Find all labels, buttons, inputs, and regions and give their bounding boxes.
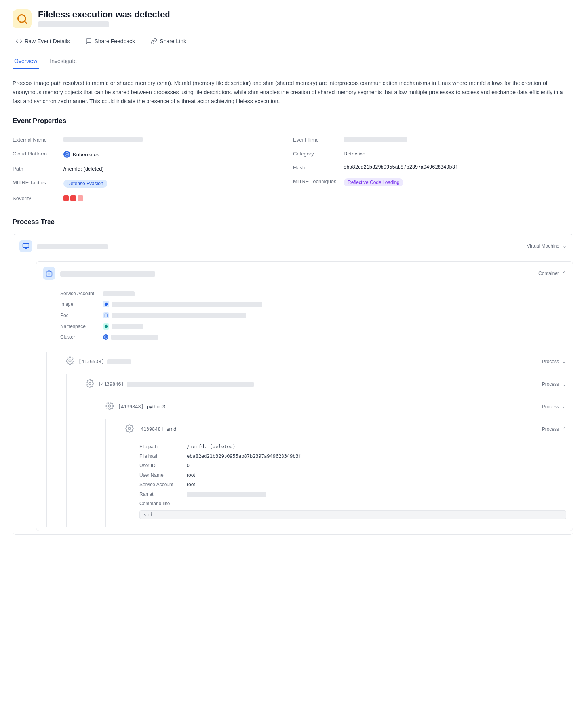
cloud-platform-text: Kubernetes [73, 152, 99, 157]
process-3-header[interactable]: [4139848] python3 Process ⌄ [99, 397, 573, 416]
pdetail-user-id: User ID 0 [139, 461, 566, 470]
pod-icon-svg [104, 313, 108, 317]
vm-node-type: Virtual Machine [527, 243, 560, 249]
process-node-4: [4139848] smd Process ⌃ [119, 419, 573, 527]
container-node-header[interactable]: Container ⌃ [36, 262, 573, 285]
prop-severity: Severity [13, 191, 293, 205]
tab-overview[interactable]: Overview [13, 54, 39, 69]
container-icon-svg [46, 270, 53, 277]
image-icon [103, 301, 109, 307]
toolbar: Raw Event Details Share Feedback Share L… [13, 36, 573, 46]
tab-bar: Overview Investigate [13, 54, 573, 69]
vm-label-blurred [37, 244, 108, 249]
process-4-wrapper: [4139848] smd Process ⌃ [105, 419, 573, 527]
pdetail-user-name: User Name root [139, 470, 566, 480]
prop-hash: Hash eba82ed21b329b0955ab87b2397a9496283… [293, 161, 573, 174]
mitre-tactics-badge: Defense Evasion [63, 180, 107, 188]
container-label-blurred [60, 271, 155, 277]
prop-category: Category Detection [293, 147, 573, 161]
process-1-gear-icon [66, 356, 78, 366]
share-link-button[interactable]: Share Link [148, 36, 189, 46]
event-time-value [344, 137, 407, 142]
header-meta [38, 21, 170, 27]
tab-investigate[interactable]: Investigate [48, 54, 78, 69]
container-wrapper: Container ⌃ Service Account Image [23, 261, 573, 531]
gear-icon-1 [66, 356, 74, 365]
vm-icon-svg [22, 243, 29, 250]
vm-node-label [37, 243, 527, 249]
process-4-name: smd [167, 426, 177, 432]
share-feedback-label: Share Feedback [94, 38, 135, 44]
pdetail-ran-at: Ran at [139, 489, 566, 499]
event-time-blurred [344, 137, 407, 142]
external-name-blurred [63, 137, 143, 142]
process-3-gear-icon [105, 402, 118, 411]
gear-icon-4 [125, 424, 134, 433]
svc-account-label: Service Account [60, 291, 100, 296]
user-id-label: User ID [139, 463, 187, 468]
raw-event-label: Raw Event Details [25, 38, 70, 44]
severity-dot-2 [70, 195, 76, 201]
container-node-icon [43, 267, 55, 280]
cloud-platform-label: Cloud Platform [13, 151, 60, 157]
process-4-gear-icon [125, 424, 138, 434]
namespace-label: Namespace [60, 324, 100, 329]
pdetail-svc-account: Service Account root [139, 480, 566, 489]
process-tree-section: Process Tree Virtual Machine ⌄ [13, 218, 573, 535]
process-2-name [127, 381, 254, 387]
cloud-platform-value: Kubernetes [63, 151, 99, 158]
header-text-block: Fileless execution was detected [38, 9, 170, 27]
namespace-blurred [112, 324, 143, 329]
process-2-chevron: ⌄ [562, 381, 566, 387]
user-name-value: root [187, 472, 195, 478]
event-time-label: Event Time [293, 137, 341, 143]
file-hash-label: File hash [139, 453, 187, 459]
process-3-type: Process [542, 404, 559, 410]
ran-at-label: Ran at [139, 491, 187, 497]
process-2-header[interactable]: [4139846] Process ⌄ [79, 374, 573, 394]
pdetail-file-path: File path /memfd: (deleted) [139, 442, 566, 451]
process-1-type: Process [542, 359, 559, 364]
raw-event-details-button[interactable]: Raw Event Details [13, 36, 73, 46]
command-line-value: smd [139, 510, 566, 519]
image-label: Image [60, 301, 100, 307]
process-4-header[interactable]: [4139848] smd Process ⌃ [119, 419, 573, 439]
detail-namespace: Namespace [60, 321, 566, 332]
p-svc-account-value: root [187, 482, 195, 487]
image-icon-svg [104, 302, 108, 306]
external-name-label: External Name [13, 137, 60, 143]
prop-mitre-tactics: MITRE Tactics Defense Evasion [13, 176, 293, 191]
props-grid: External Name Cloud Platform Kubernetes [13, 133, 573, 205]
process-1-name [107, 358, 131, 364]
process-4-pid: [4139848] [138, 427, 164, 432]
svg-point-17 [108, 405, 111, 408]
svg-line-1 [24, 21, 26, 23]
svg-point-18 [128, 428, 131, 430]
container-details: Service Account Image [36, 285, 573, 349]
process-1-header[interactable]: [4136538] Process ⌄ [59, 352, 573, 371]
process-3-name: python3 [147, 404, 165, 410]
process-2-pid: [4139846] [98, 381, 124, 387]
process-node-2: [4139846] Process ⌄ [79, 374, 573, 394]
event-properties-title: Event Properties [13, 117, 573, 125]
category-value: Detection [344, 151, 365, 157]
svg-point-14 [105, 337, 107, 338]
vm-node-icon [19, 240, 32, 252]
user-id-value: 0 [187, 463, 190, 468]
page-title: Fileless execution was detected [38, 9, 170, 20]
header-icon [13, 9, 32, 28]
vm-node-header[interactable]: Virtual Machine ⌄ [13, 234, 573, 258]
svg-point-15 [69, 360, 71, 362]
mitre-techniques-value: Reflective Code Loading [344, 178, 403, 186]
props-left-col: External Name Cloud Platform Kubernetes [13, 133, 293, 205]
external-name-value [63, 137, 143, 142]
process-3-pid: [4139848] [118, 404, 144, 410]
detail-pod: Pod [60, 310, 566, 321]
process-1-name-blurred [107, 359, 131, 364]
event-properties-section: Event Properties External Name Cloud Pla… [13, 117, 573, 205]
file-path-label: File path [139, 444, 187, 449]
process-1-pid: [4136538] [78, 359, 104, 364]
share-feedback-button[interactable]: Share Feedback [82, 36, 138, 46]
command-line-label: Command line [139, 501, 566, 506]
file-hash-value: eba82ed21b329b0955ab87b2397a949628349b3f [187, 453, 301, 459]
